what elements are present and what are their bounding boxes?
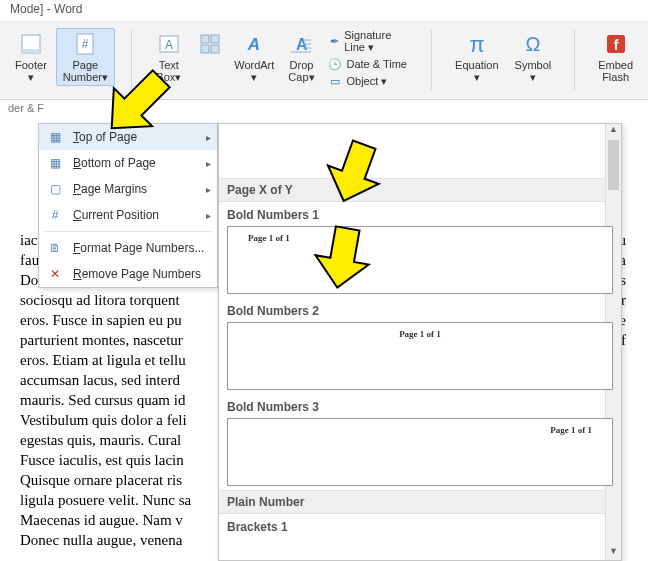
svg-rect-7: [211, 35, 219, 43]
submenu-arrow-icon: ▸: [206, 132, 211, 143]
svg-text:A: A: [165, 38, 173, 52]
group-label: der & F: [0, 100, 648, 118]
svg-text:A: A: [247, 35, 260, 54]
signature-label: Signature Line ▾: [344, 29, 411, 54]
gallery-item-title: Bold Numbers 3: [219, 394, 621, 416]
equation-icon: π: [464, 31, 490, 57]
gallery-section-header: Page X of Y: [219, 178, 621, 202]
symbol-label: Symbol ▾: [515, 59, 552, 83]
footer-label: Footer ▾: [15, 59, 47, 83]
top-of-page-icon: ▦: [47, 129, 63, 145]
svg-rect-1: [22, 49, 40, 53]
object-label: Object ▾: [346, 75, 387, 88]
submenu-arrow-icon: ▸: [206, 184, 211, 195]
equation-button[interactable]: π Equation ▾: [448, 28, 505, 86]
svg-rect-8: [201, 45, 209, 53]
page-margins-icon: ▢: [47, 181, 63, 197]
gallery-item-bold-numbers-1[interactable]: Page 1 of 1: [227, 226, 613, 294]
scroll-thumb[interactable]: [608, 140, 619, 190]
footer-button[interactable]: Footer ▾: [8, 28, 54, 86]
preview-text: Page 1 of 1: [248, 233, 290, 243]
text-box-icon: A: [156, 31, 182, 57]
menu-label: Top of Page: [73, 130, 137, 144]
menu-top-of-page[interactable]: ▦ Top of Page ▸: [39, 124, 217, 150]
symbol-button[interactable]: Ω Symbol ▾: [508, 28, 559, 86]
symbol-icon: Ω: [520, 31, 546, 57]
gallery-item-bold-numbers-3[interactable]: Page 1 of 1: [227, 418, 613, 486]
menu-label: Page Margins: [73, 182, 147, 196]
svg-text:Ω: Ω: [525, 33, 540, 55]
menu-current-position[interactable]: # Current Position ▸: [39, 202, 217, 228]
date-time-button[interactable]: 🕒Date & Time: [324, 56, 415, 72]
gallery-section-header: Plain Number: [219, 490, 621, 514]
submenu-arrow-icon: ▸: [206, 210, 211, 221]
menu-format-page-numbers[interactable]: 🗎 Format Page Numbers...: [39, 235, 217, 261]
object-icon: ▭: [328, 74, 342, 88]
signature-line-button[interactable]: ✒Signature Line ▾: [324, 28, 415, 55]
embed-flash-label: Embed Flash: [598, 59, 633, 83]
menu-label: Current Position: [73, 208, 159, 222]
page-number-icon: #: [72, 31, 98, 57]
page-number-label: Page Number▾: [63, 59, 108, 83]
svg-rect-6: [201, 35, 209, 43]
date-time-icon: 🕒: [328, 57, 342, 71]
quick-parts-button[interactable]: [192, 28, 228, 62]
drop-cap-icon: A: [288, 31, 314, 57]
svg-rect-9: [211, 45, 219, 53]
menu-label: Bottom of Page: [73, 156, 156, 170]
preview-text: Page 1 of 1: [550, 425, 592, 435]
gallery-item-bold-numbers-2[interactable]: Page 1 of 1: [227, 322, 613, 390]
gallery-item-title: Bold Numbers 2: [219, 298, 621, 320]
signature-icon: ✒: [328, 35, 340, 49]
wordart-icon: A: [241, 31, 267, 57]
svg-text:#: #: [82, 37, 89, 51]
submenu-arrow-icon: ▸: [206, 158, 211, 169]
footer-icon: [18, 31, 44, 57]
menu-bottom-of-page[interactable]: ▦ Bottom of Page ▸: [39, 150, 217, 176]
remove-page-numbers-icon: ✕: [47, 266, 63, 282]
text-box-label: Text Box▾: [156, 59, 181, 83]
bottom-of-page-icon: ▦: [47, 155, 63, 171]
menu-remove-page-numbers[interactable]: ✕ Remove Page Numbers: [39, 261, 217, 287]
scroll-down-icon[interactable]: ▼: [606, 546, 621, 560]
menu-page-margins[interactable]: ▢ Page Margins ▸: [39, 176, 217, 202]
page-number-menu: ▦ Top of Page ▸ ▦ Bottom of Page ▸ ▢ Pag…: [38, 123, 218, 288]
date-time-label: Date & Time: [346, 58, 407, 70]
menu-label: Format Page Numbers...: [73, 241, 204, 255]
quick-parts-icon: [197, 31, 223, 57]
svg-text:f: f: [613, 37, 618, 53]
gallery-item-title: Bold Numbers 1: [219, 202, 621, 224]
equation-label: Equation ▾: [455, 59, 498, 83]
window-title: Mode] - Word: [0, 0, 648, 22]
drop-cap-button[interactable]: A Drop Cap▾: [280, 28, 322, 86]
format-page-numbers-icon: 🗎: [47, 240, 63, 256]
drop-cap-label: Drop Cap▾: [288, 59, 314, 83]
menu-label: Remove Page Numbers: [73, 267, 201, 281]
page-number-gallery: ▲ ▼ Page X of Y Bold Numbers 1 Page 1 of…: [218, 123, 622, 561]
embed-flash-button[interactable]: f Embed Flash: [591, 28, 640, 86]
ribbon: Footer ▾ # Page Number▾ A Text Box▾ A Wo…: [0, 22, 648, 100]
text-box-button[interactable]: A Text Box▾: [148, 28, 190, 86]
gallery-item-title: Brackets 1: [219, 514, 621, 536]
scroll-up-icon[interactable]: ▲: [606, 124, 621, 138]
wordart-label: WordArt ▾: [234, 59, 274, 83]
current-position-icon: #: [47, 207, 63, 223]
svg-text:π: π: [469, 32, 484, 57]
preview-text: Page 1 of 1: [399, 329, 441, 339]
object-button[interactable]: ▭Object ▾: [324, 73, 415, 89]
page-number-button[interactable]: # Page Number▾: [56, 28, 115, 86]
wordart-button[interactable]: A WordArt ▾: [230, 28, 278, 86]
embed-flash-icon: f: [603, 31, 629, 57]
